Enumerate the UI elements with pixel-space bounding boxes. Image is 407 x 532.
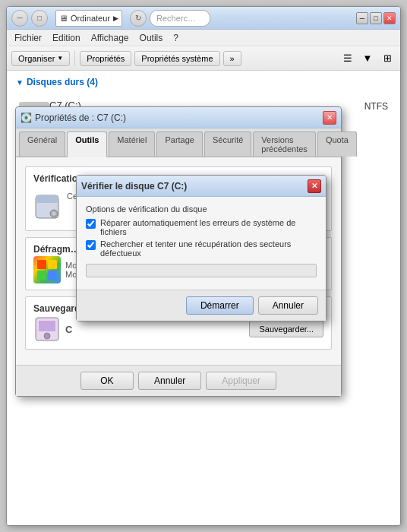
view-toggle[interactable]: ☰ <box>339 50 356 67</box>
address-bar[interactable]: 🖥 Ordinateur ▶ <box>55 10 122 27</box>
tab-materiel[interactable]: Matériel <box>109 131 155 157</box>
verify-dialog-title: Vérifier le disque C7 (C:) ✕ <box>77 176 326 197</box>
verify-footer: Démarrer Annuler <box>77 290 326 321</box>
tab-quota[interactable]: Quota <box>317 131 357 157</box>
tab-securite[interactable]: Sécurité <box>204 131 251 157</box>
menu-help[interactable]: ? <box>169 31 183 45</box>
search-placeholder: Recherc… <box>156 14 196 23</box>
organize-arrow: ▼ <box>57 55 63 62</box>
backup-icon <box>33 315 61 343</box>
properties-title-label: Propriétés de : C7 (C:) <box>35 112 126 123</box>
backup-drive: C <box>65 324 72 335</box>
verify-options-title: Options de vérification du disque <box>86 204 317 214</box>
menu-affichage[interactable]: Affichage <box>87 31 134 45</box>
backup-button[interactable]: Sauvegarder... <box>249 321 323 337</box>
search-box[interactable]: Recherc… <box>150 10 210 27</box>
verify-progress-bar <box>86 264 317 277</box>
svg-point-15 <box>44 333 50 339</box>
more-label: » <box>230 54 235 63</box>
toolbar: Organiser ▼ Propriétés Propriétés systèm… <box>7 46 400 71</box>
address-icon: 🖥 <box>59 14 68 23</box>
tabs-bar: Général Outils Matériel Partage Sécurité… <box>16 128 341 157</box>
minimize-button[interactable]: ─ <box>11 10 28 27</box>
system-properties-button[interactable]: Propriétés système <box>134 51 219 66</box>
drives-section-header: ▼ Disques durs (4) <box>16 77 391 89</box>
window-controls: ─ □ ✕ <box>356 12 396 24</box>
dialog-title-text: 💽 Propriétés de : C7 (C:) <box>21 112 126 123</box>
organize-label: Organiser <box>18 54 55 63</box>
defrag-icon <box>33 256 61 283</box>
properties-button[interactable]: Propriétés <box>80 51 131 66</box>
defrag-details: Mo Mo <box>65 261 77 279</box>
svg-rect-12 <box>48 271 57 280</box>
verify-cancel-button[interactable]: Annuler <box>258 296 318 315</box>
system-properties-label: Propriétés système <box>141 54 213 63</box>
title-bar: ─ □ 🖥 Ordinateur ▶ ↻ Recherc… ─ □ ✕ <box>7 7 400 30</box>
toolbar-right: ☰ ▼ ⊞ <box>339 50 396 67</box>
title-bar-left: ─ □ 🖥 Ordinateur ▶ ↻ Recherc… <box>11 10 210 27</box>
verify-title-label: Vérifier le disque C7 (C:) <box>81 181 187 192</box>
verify-option1: Réparer automatiquement les erreurs de s… <box>86 218 317 236</box>
tab-versions[interactable]: Versions précédentes <box>253 131 316 157</box>
view-menu[interactable]: ▼ <box>359 50 376 67</box>
apply-button[interactable]: Appliquer <box>206 372 276 390</box>
backup-drive-label: C <box>65 324 72 335</box>
svg-rect-14 <box>39 321 55 331</box>
close-ctrl[interactable]: ✕ <box>383 12 396 24</box>
svg-rect-6 <box>36 195 58 203</box>
section-collapse-arrow[interactable]: ▼ <box>16 78 24 87</box>
tab-general[interactable]: Général <box>19 131 65 157</box>
menu-edition[interactable]: Edition <box>48 31 85 45</box>
disk-check-icon <box>33 193 61 220</box>
defrag-mo2: Mo <box>65 270 77 279</box>
menu-outils[interactable]: Outils <box>135 31 168 45</box>
properties-dialog-title: 💽 Propriétés de : C7 (C:) ✕ <box>16 107 341 128</box>
verify-option2-checkbox[interactable] <box>86 240 96 250</box>
verify-close-button[interactable]: ✕ <box>308 179 321 193</box>
verify-option2-label: Rechercher et tenter une récupération de… <box>100 239 317 258</box>
maximize-ctrl[interactable]: □ <box>370 12 382 24</box>
verify-option2: Rechercher et tenter une récupération de… <box>86 239 317 258</box>
menu-bar: Fichier Edition Affichage Outils ? <box>7 30 400 46</box>
properties-footer: OK Annuler Appliquer <box>16 365 341 396</box>
restore-button[interactable]: □ <box>31 10 48 27</box>
drives-section-title: Disques durs (4) <box>27 77 98 87</box>
defrag-mo1: Mo <box>65 261 77 270</box>
cancel-button[interactable]: Annuler <box>138 372 201 390</box>
drive-filesystem: NTFS <box>364 100 388 112</box>
address-text: Ordinateur <box>71 14 110 23</box>
properties-icon: 💽 <box>21 112 32 123</box>
verify-option1-label: Réparer automatiquement les erreurs de s… <box>100 218 317 236</box>
tab-outils[interactable]: Outils <box>67 131 107 157</box>
svg-rect-10 <box>48 260 57 269</box>
properties-close-button[interactable]: ✕ <box>323 111 336 125</box>
menu-fichier[interactable]: Fichier <box>10 31 46 45</box>
refresh-button[interactable]: ↻ <box>130 10 147 27</box>
verify-option1-checkbox[interactable] <box>86 219 96 229</box>
preview-toggle[interactable]: ⊞ <box>379 50 396 67</box>
backup-btn-wrap: Sauvegarder... <box>249 321 323 337</box>
svg-rect-11 <box>37 271 46 280</box>
organize-button[interactable]: Organiser ▼ <box>11 51 70 66</box>
svg-rect-9 <box>37 260 46 269</box>
address-arrow: ▶ <box>113 14 118 22</box>
verify-dialog: Vérifier le disque C7 (C:) ✕ Options de … <box>76 175 327 321</box>
more-button[interactable]: » <box>223 51 241 66</box>
ok-button[interactable]: OK <box>80 372 134 390</box>
toolbar-separator <box>74 51 75 66</box>
minimize-ctrl[interactable]: ─ <box>356 12 368 24</box>
verify-body: Options de vérification du disque Répare… <box>77 197 326 290</box>
svg-point-8 <box>52 211 56 215</box>
start-button[interactable]: Démarrer <box>186 296 254 315</box>
tab-partage[interactable]: Partage <box>156 131 203 157</box>
properties-label: Propriétés <box>87 54 125 63</box>
